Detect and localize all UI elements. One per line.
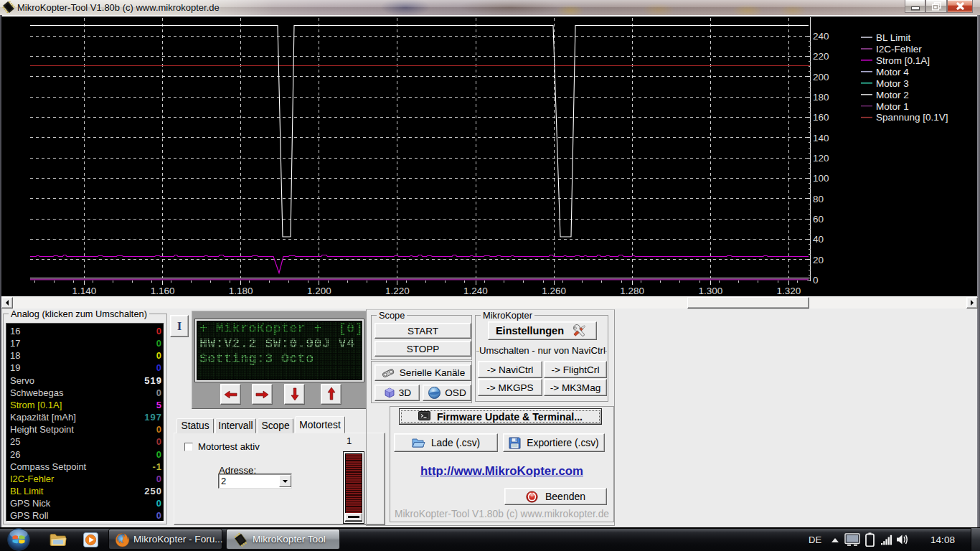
svg-text:100: 100 bbox=[813, 173, 829, 184]
svg-text:1.220: 1.220 bbox=[385, 286, 410, 296]
svg-text:1.180: 1.180 bbox=[229, 286, 253, 296]
svg-text:1.200: 1.200 bbox=[307, 286, 331, 296]
svg-text:Motor 3: Motor 3 bbox=[876, 78, 909, 89]
svg-text:1.300: 1.300 bbox=[698, 286, 722, 296]
svg-text:BL Limit: BL Limit bbox=[876, 32, 911, 43]
svg-text:60: 60 bbox=[813, 214, 824, 225]
svg-text:Motor 4: Motor 4 bbox=[876, 67, 909, 77]
svg-text:1.280: 1.280 bbox=[620, 286, 644, 296]
svg-text:1.160: 1.160 bbox=[151, 286, 175, 296]
svg-text:1.140: 1.140 bbox=[72, 286, 97, 296]
svg-text:I2C-Fehler: I2C-Fehler bbox=[876, 44, 922, 55]
svg-text:120: 120 bbox=[813, 153, 829, 164]
svg-text:Motor 2: Motor 2 bbox=[876, 90, 909, 100]
svg-text:Strom [0.1A]: Strom [0.1A] bbox=[876, 55, 930, 66]
svg-text:20: 20 bbox=[813, 255, 824, 265]
svg-text:Spannung [0.1V]: Spannung [0.1V] bbox=[876, 112, 948, 123]
svg-text:1.240: 1.240 bbox=[463, 286, 488, 296]
svg-text:Motor 1: Motor 1 bbox=[876, 101, 909, 112]
svg-text:140: 140 bbox=[813, 133, 829, 143]
svg-text:1.260: 1.260 bbox=[542, 286, 566, 296]
svg-text:200: 200 bbox=[813, 72, 829, 83]
svg-text:180: 180 bbox=[813, 92, 829, 103]
svg-text:0: 0 bbox=[813, 275, 819, 286]
svg-text:1.320: 1.320 bbox=[777, 286, 801, 296]
svg-text:240: 240 bbox=[813, 31, 829, 42]
svg-text:40: 40 bbox=[813, 234, 824, 245]
svg-text:220: 220 bbox=[813, 51, 829, 62]
svg-text:160: 160 bbox=[813, 112, 829, 123]
svg-text:80: 80 bbox=[813, 194, 824, 204]
